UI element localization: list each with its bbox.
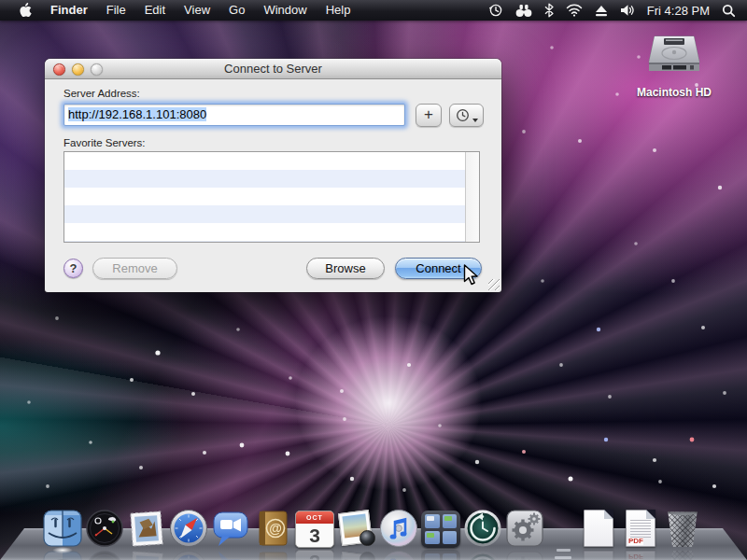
eject-icon[interactable] — [595, 5, 608, 17]
menu-bar-left: Finder File Edit View Go Window Help — [0, 0, 359, 21]
remove-button: Remove — [92, 258, 177, 279]
dock-item-pdf-document[interactable]: PDF — [621, 509, 660, 548]
menu-bar-clock[interactable]: Fri 4:28 PM — [647, 4, 710, 18]
dock-item-safari[interactable] — [169, 509, 208, 548]
camera-lens-icon — [359, 530, 375, 546]
dock-item-ical[interactable]: OCT 3 — [295, 509, 334, 548]
zoom-button[interactable] — [91, 63, 103, 76]
dropdown-caret-icon — [472, 119, 478, 122]
clock-history-icon — [456, 108, 470, 122]
dock-item-ichat[interactable] — [211, 509, 250, 548]
window-title: Connect to Server — [224, 62, 322, 76]
menu-file[interactable]: File — [97, 0, 135, 21]
connect-to-server-window: Connect to Server Server Address: http:/… — [45, 59, 501, 292]
dock-item-address-book[interactable]: @ — [253, 509, 292, 548]
ichat-icon — [211, 509, 250, 548]
address-book-icon: @ — [253, 509, 292, 548]
minimize-button[interactable] — [72, 63, 84, 76]
spaces-icon — [421, 511, 460, 548]
drive-label: Macintosh HD — [629, 86, 719, 99]
dock-item-mail[interactable] — [127, 509, 166, 548]
menu-view[interactable]: View — [175, 0, 219, 21]
menu-go[interactable]: Go — [219, 0, 254, 21]
itunes-icon — [379, 509, 418, 548]
dock-item-dashboard[interactable] — [85, 509, 124, 548]
mail-icon — [127, 509, 166, 548]
help-button[interactable]: ? — [63, 259, 83, 278]
finder-icon — [43, 509, 82, 548]
binoculars-icon[interactable] — [515, 4, 532, 18]
menu-window[interactable]: Window — [254, 0, 316, 21]
dock: @ OCT 3 — [43, 509, 705, 548]
favorite-servers-label: Favorite Servers: — [63, 137, 146, 148]
ical-month: OCT — [296, 511, 333, 524]
ical-icon: OCT 3 — [295, 511, 334, 548]
recent-servers-button[interactable] — [449, 104, 484, 127]
iphoto-icon — [337, 509, 376, 548]
selected-text: http://192.168.1.101:8080 — [68, 107, 206, 121]
traffic-lights — [53, 63, 103, 76]
dock-item-time-machine[interactable] — [463, 509, 502, 548]
dock-item-itunes[interactable] — [379, 509, 418, 548]
apple-menu-icon[interactable] — [9, 3, 41, 18]
desktop-icon-macintosh-hd[interactable]: Macintosh HD — [629, 29, 719, 99]
safari-icon — [169, 509, 208, 548]
server-address-label: Server Address: — [63, 88, 140, 99]
close-button[interactable] — [53, 63, 65, 76]
bluetooth-icon[interactable] — [544, 3, 554, 18]
menu-edit[interactable]: Edit — [135, 0, 175, 21]
system-preferences-icon — [505, 509, 544, 548]
pdf-label: PDF — [628, 538, 643, 545]
dashboard-icon — [85, 509, 124, 548]
dock-item-finder[interactable] — [43, 509, 82, 548]
dock-item-system-preferences[interactable] — [505, 509, 544, 548]
server-address-input[interactable]: http://192.168.1.101:8080 — [63, 104, 405, 126]
wifi-icon[interactable] — [566, 4, 583, 17]
pdf-document-icon: PDF — [626, 510, 655, 547]
trash-icon — [667, 510, 698, 547]
menu-help[interactable]: Help — [317, 0, 360, 21]
window-title-bar[interactable]: Connect to Server — [45, 59, 501, 79]
dock-separator — [547, 509, 579, 548]
menu-finder[interactable]: Finder — [41, 0, 97, 21]
dock-item-spaces[interactable] — [421, 509, 460, 548]
hard-drive-icon — [643, 29, 705, 79]
spotlight-icon[interactable] — [722, 4, 736, 18]
ical-day: 3 — [296, 524, 333, 547]
favorite-servers-list[interactable] — [63, 151, 480, 243]
volume-icon[interactable] — [620, 4, 635, 17]
window-resize-grip[interactable] — [488, 279, 500, 290]
dock-item-trash[interactable] — [663, 509, 702, 548]
mouse-cursor-icon — [463, 264, 480, 290]
dock-item-iphoto[interactable] — [337, 509, 376, 548]
document-icon — [584, 510, 613, 547]
dock-item-document[interactable] — [579, 509, 618, 548]
svg-text:@: @ — [269, 521, 282, 536]
menu-bar-status-area: Fri 4:28 PM — [488, 0, 747, 21]
time-machine-menu-icon[interactable] — [488, 3, 503, 18]
browse-button[interactable]: Browse — [306, 258, 385, 279]
finder-running-indicator — [52, 547, 73, 553]
time-machine-icon — [463, 509, 502, 548]
add-favorite-button[interactable]: + — [416, 104, 442, 127]
menu-bar: Finder File Edit View Go Window Help — [0, 0, 747, 21]
list-scrollbar[interactable] — [465, 152, 479, 242]
